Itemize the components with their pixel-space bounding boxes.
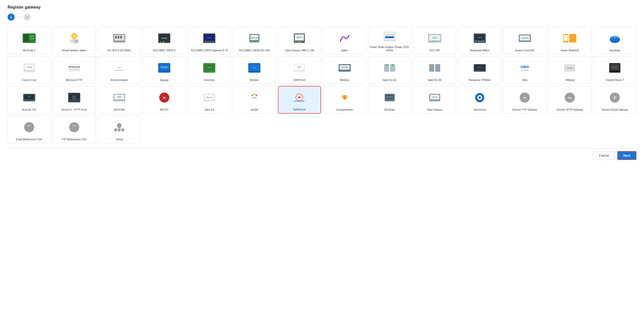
gateway-card-aqualogy[interactable]: Aqualogy [593, 27, 636, 54]
gateway-icon-metry: M [144, 88, 184, 107]
gateway-card-acquisuite[interactable]: A8812Acquisuite A8812 [458, 27, 501, 54]
gateway-label-sentilo: Sentilo [251, 108, 258, 111]
gateway-card-satel-dl161[interactable]: Satel DL161 [368, 56, 411, 84]
gateway-card-egx300[interactable]: EGXEGX 300 [413, 27, 456, 54]
gateway-card-sauter[interactable]: Sauter Modu525 [548, 27, 591, 54]
gateway-card-greenbox[interactable]: GreenGreenbox [188, 56, 231, 84]
gateway-icon-energomonitor [325, 88, 364, 107]
gateway-label-microcom-ftp: Microcom FTP [66, 78, 82, 82]
svg-text:5thplay: 5thplay [567, 67, 573, 69]
gateway-label-okox303: OKOX303 [113, 108, 125, 111]
gateway-icon-sigfox [325, 29, 364, 47]
svg-point-112 [252, 95, 253, 96]
gateway-label-aqualogy: Aqualogy [610, 49, 620, 52]
gateway-card-ekm-push[interactable]: EKMEKM Push [278, 56, 321, 84]
gateway-card-obix[interactable]: OBIXOpen BuildingObix [503, 56, 546, 84]
gateway-card-ftp-multicolumn[interactable]: ⊞ftpFTP Multicolumn CSV [53, 116, 96, 143]
gateway-card-acuvim[interactable]: 89.7655.63Acuvim II - HTTP Push [53, 86, 96, 114]
gateway-card-fifthplay[interactable]: 5thplayFifthplay [548, 56, 591, 84]
gateway-card-generic-ftp[interactable]: ftpGeneric FTP Gateway [503, 86, 546, 114]
gateway-card-iec870[interactable]: IEC-870-5-102 Meter [98, 27, 141, 54]
gateway-card-satel-dl160[interactable]: Satel DL160 [413, 56, 456, 84]
svg-line-145 [116, 128, 119, 128]
gateway-card-energomonitor[interactable]: Energomonitor [323, 86, 366, 114]
svg-text:DIRIS: DIRIS [161, 37, 167, 39]
cancel-button[interactable]: Cancel [593, 151, 615, 160]
svg-point-141 [117, 123, 122, 128]
gateway-card-kromschroeder[interactable]: krpmKromschroeder [98, 56, 141, 84]
gateway-card-microcom-ftp[interactable]: MICROCOMMicrocom FTP [53, 56, 96, 84]
gateway-card-sigfox[interactable]: Sigfox [323, 27, 366, 54]
gateway-icon-okox303: OKO [99, 88, 139, 107]
gateway-card-elvaco[interactable]: Cme2100Elvaco Cme2100 [503, 27, 546, 54]
gateway-card-bluebox[interactable]: BlueBluebox [233, 56, 276, 84]
svg-point-139 [69, 122, 79, 132]
gateway-card-power-studio[interactable]: Power StudioPower Studio Engine (Scada, … [368, 27, 411, 54]
gateway-card-webdyn[interactable]: WebDynWebDyn [323, 56, 366, 84]
svg-rect-60 [114, 70, 124, 71]
gateway-card-sentilo[interactable]: sentiloSentilo [233, 86, 276, 114]
gateway-card-iskra-x4[interactable]: Iskra X4Iskra X4 [188, 86, 231, 114]
gateway-card-generic-sftp[interactable]: sftpGeneric SFTP Gateway [548, 86, 591, 114]
svg-point-79 [386, 64, 387, 66]
gateway-card-socomec-diris-g[interactable]: DIRISSOCOMEC DIRIS G [143, 27, 186, 54]
gateway-card-satel-owasys[interactable]: OwasysSatel Owasys [413, 86, 456, 114]
gateway-card-socomec-datalog[interactable]: DATALOGSOCOMEC DATALOG H80 [233, 27, 276, 54]
gateway-icon-episensor: EPISENSOR [280, 89, 319, 106]
svg-text:OBIX: OBIX [520, 65, 529, 69]
svg-rect-32 [385, 33, 395, 39]
gateway-card-opendomo[interactable]: OpenDomoOpenDomo [458, 86, 501, 114]
gateway-icon-iec870 [99, 29, 139, 47]
gateway-card-cesinel[interactable]: Recon TCesinel Recon T [593, 56, 636, 84]
gateway-label-panasonic: Panasonic FPWeb2 [469, 78, 491, 82]
svg-point-25 [254, 41, 255, 42]
gateway-icon-ekm-push: EKM [280, 59, 319, 77]
svg-text:Power Studio: Power Studio [385, 34, 394, 35]
gateway-label-satel-owasys: Satel Owasys [427, 108, 442, 111]
gateway-label-opendomo: OpenDomo [473, 108, 486, 111]
gateway-card-metry[interactable]: MMETRY [143, 86, 186, 114]
gateway-label-iec870: IEC-870-5-102 Meter [107, 49, 131, 52]
gateway-card-panasonic[interactable]: FPWeb2Panasonic FPWeb2 [458, 56, 501, 84]
gateway-card-virtual-weather[interactable]: Virtual weather station [53, 27, 96, 54]
gateway-label-bluebox: Bluebox [250, 78, 259, 82]
gateway-label-power-studio: Power Studio Engine (Scada, EDS, R440) [370, 46, 409, 52]
gateway-card-generic-email[interactable]: @Generic Email Gateway [593, 86, 636, 114]
gateway-card-email-multicolumn[interactable]: ⊞@Email Multicolumn CSV [8, 116, 51, 143]
gateway-card-current-cost[interactable]: CurrentCurrent Cost [8, 56, 51, 84]
gateway-icon-generic-email: @ [595, 88, 635, 107]
svg-point-118 [298, 96, 300, 98]
gateway-card-carlo-gavazzi[interactable]: VMU-CCarlo Gavazzi VMU-C EM [278, 27, 321, 54]
svg-text:MICROCOM: MICROCOM [68, 66, 80, 68]
gateway-icon-satel-owasys: Owasys [415, 88, 454, 107]
gateway-icon-opendomo: OpenDomo [460, 88, 499, 107]
svg-rect-21 [205, 41, 214, 42]
svg-rect-30 [298, 41, 301, 42]
gateway-label-aculink: AcuLink 710 [22, 108, 36, 111]
gateway-card-episensor[interactable]: EPISENSOREpiSensor [278, 86, 321, 114]
svg-text:⊞ftp: ⊞ftp [72, 125, 76, 127]
svg-text:Open Building: Open Building [521, 69, 529, 71]
gateway-card-egauge[interactable]: EgaugeEgauge [143, 56, 186, 84]
svg-text:A8812: A8812 [477, 36, 482, 38]
gateway-label-iskra-x4: Iskra X4 [205, 108, 214, 111]
svg-text:EPISENSOR: EPISENSOR [294, 100, 305, 102]
gateway-card-virtual[interactable]: Virtual [98, 116, 141, 143]
svg-point-114 [256, 95, 257, 96]
gateway-icon-sauter [550, 29, 590, 47]
svg-text:Iskra X4: Iskra X4 [206, 97, 213, 98]
gateway-icon-carlo-gavazzi: VMU-C [280, 29, 319, 47]
gateway-card-aculink[interactable]: 710AcuLink 710 [8, 86, 51, 114]
gateway-card-dexgate2[interactable]: DEXGate 2 [8, 27, 51, 54]
svg-text:WebDyn: WebDyn [341, 66, 348, 68]
next-button[interactable]: Next [617, 151, 636, 160]
gateway-card-okox303[interactable]: OKOOKOX303 [98, 86, 141, 114]
svg-text:55.63: 55.63 [72, 98, 76, 99]
svg-text:D-70: D-70 [208, 37, 211, 39]
svg-point-129 [478, 96, 481, 99]
gateway-label-cesinel: Cesinel Recon T [606, 78, 624, 82]
gateway-card-socomec-diris-d70[interactable]: D-70SOCOMEC DIRIS Digiware D-70 [188, 27, 231, 54]
gateway-card-dexgate[interactable]: DEXGateDEXGate [368, 86, 411, 114]
gateway-label-fifthplay: Fifthplay [565, 78, 575, 82]
step-2: 2 [24, 14, 31, 21]
